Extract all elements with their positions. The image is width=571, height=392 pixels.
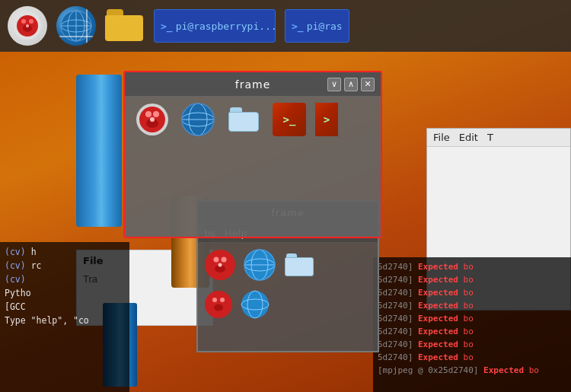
term-line-4: Pytho: [5, 286, 125, 300]
folder-icon: [105, 9, 145, 43]
rterm-line-3: 5d2740] Expected bo: [378, 286, 566, 299]
frame-terminal-icon-2[interactable]: >: [315, 103, 338, 136]
frame-titlebar: frame ∨ ∧ ✕: [125, 72, 381, 97]
menu-edit[interactable]: Edit: [459, 132, 478, 143]
frame-close[interactable]: ✕: [361, 78, 375, 91]
rterm-line-9: [mpjpeg @ 0x25d2740] Expected bo: [378, 364, 566, 377]
term-line-5: [GCC: [5, 300, 125, 314]
svg-point-36: [220, 298, 225, 302]
frame2-rpi-icon-2[interactable]: [204, 290, 233, 319]
main-area: File Edit T frame ∨ ∧ ✕: [0, 52, 571, 392]
terminal-output: (cv) h (cv) rc (cv) Pytho [GCC Type "hel…: [0, 242, 129, 330]
frame-chevron-down[interactable]: ∨: [327, 78, 341, 91]
left-terminal-panel: (cv) h (cv) rc (cv) Pytho [GCC Type "hel…: [0, 242, 129, 392]
terminal-icon-shape: >_: [273, 103, 306, 136]
svg-point-18: [150, 117, 155, 122]
frame-globe-icon[interactable]: [178, 103, 218, 136]
terminal-prefix-1: >_: [161, 21, 173, 32]
frame-window-main: frame ∨ ∧ ✕: [123, 71, 382, 238]
terminal-button-2[interactable]: >_ pi@ras: [285, 9, 349, 43]
taskbar-rpi-menu[interactable]: [5, 6, 50, 46]
taskbar-terminal-1[interactable]: >_ pi@raspberrypi...: [151, 6, 279, 46]
frame-folder-icon[interactable]: [224, 103, 263, 136]
svg-point-2: [21, 19, 26, 24]
rterm-line-1: 5d2740] Expected bo: [378, 260, 566, 273]
right-terminal-output: 5d2740] Expected bo 5d2740] Expected bo …: [373, 257, 571, 392]
terminal-button-1[interactable]: >_ pi@raspberrypi...: [154, 9, 276, 43]
term-line-6: Type "help", "co: [5, 314, 125, 327]
taskbar-globe[interactable]: [53, 6, 99, 46]
term-line-2: (cv) rc: [5, 259, 125, 272]
menu-t: T: [487, 132, 493, 143]
svg-point-37: [214, 304, 223, 311]
svg-point-35: [212, 298, 217, 302]
rterm-line-4: 5d2740] Expected bo: [378, 299, 566, 312]
right-menubar: File Edit T: [427, 129, 570, 147]
rterm-line-8: 5d2740] Expected bo: [378, 351, 566, 364]
frame2-folder-icon[interactable]: [283, 249, 315, 281]
svg-point-16: [153, 111, 159, 117]
frame-title: frame: [235, 78, 271, 91]
svg-point-38: [241, 291, 269, 318]
frame2-rpi-icon[interactable]: [204, 249, 236, 281]
frame-terminal-icon-1[interactable]: >_: [270, 103, 309, 136]
rterm-line-2: 5d2740] Expected bo: [378, 273, 566, 286]
frame2-globe-icon-2[interactable]: [241, 290, 270, 319]
svg-point-15: [145, 111, 152, 117]
globe-icon: [56, 6, 96, 46]
svg-point-12: [61, 11, 91, 41]
terminal-label-1: pi@raspberrypi...: [176, 21, 276, 32]
rterm-line-7: 5d2740] Expected bo: [378, 338, 566, 351]
term-line-1: (cv) h: [5, 245, 125, 259]
rterm-line-5: 5d2740] Expected bo: [378, 312, 566, 325]
decorative-blue-column: [76, 75, 122, 227]
taskbar: >_ pi@raspberrypi... >_ pi@ras: [0, 0, 571, 52]
taskbar-file-manager[interactable]: [102, 6, 148, 46]
svg-point-28: [219, 263, 222, 267]
svg-point-25: [214, 257, 219, 263]
svg-point-26: [222, 257, 227, 263]
terminal-prefix-2: >_: [292, 21, 304, 32]
frame-chevron-up[interactable]: ∧: [344, 78, 358, 91]
frame2-globe-icon[interactable]: [244, 249, 276, 281]
terminal-label-2: pi@ras: [307, 21, 343, 32]
terminal-icon-shape-2: >: [315, 103, 338, 136]
svg-point-3: [29, 19, 33, 24]
raspberry-pi-icon: [8, 6, 47, 46]
svg-point-5: [26, 24, 29, 27]
taskbar-terminal-2[interactable]: >_ pi@ras: [282, 6, 352, 46]
menu-file[interactable]: File: [433, 132, 450, 143]
rterm-line-6: 5d2740] Expected bo: [378, 325, 566, 338]
titlebar-controls: ∨ ∧ ✕: [327, 78, 375, 91]
svg-point-8: [68, 11, 85, 41]
term-line-3: (cv): [5, 272, 125, 286]
frame-content: >_ >: [125, 97, 381, 142]
frame-rpi-icon[interactable]: [132, 103, 172, 136]
svg-point-9: [61, 20, 91, 32]
